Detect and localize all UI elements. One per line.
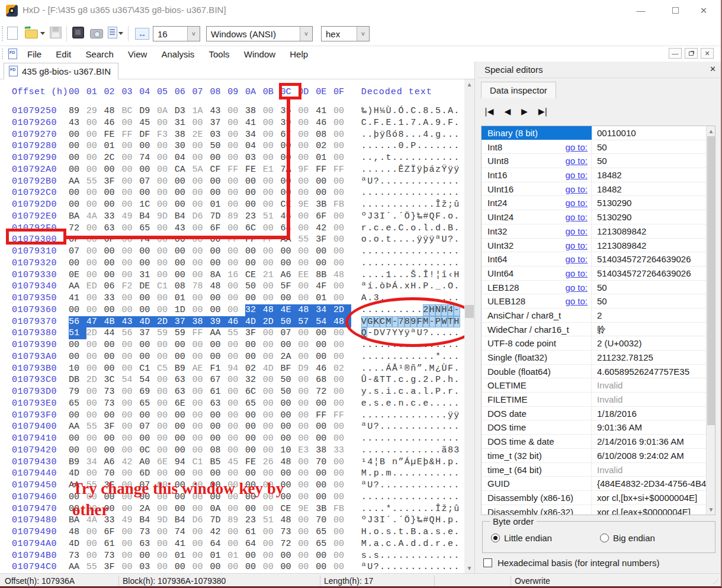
hex-row[interactable]: 0107926043004600450031003700410039004600… <box>0 117 460 129</box>
hex-row[interactable]: 01079250892948BCD90AD31A4300380035004100… <box>0 105 460 117</box>
hex-byte[interactable]: 00 <box>263 176 281 188</box>
hex-byte[interactable]: 00 <box>86 398 104 410</box>
hex-byte[interactable]: 00 <box>245 293 263 304</box>
hex-byte[interactable]: 41 <box>69 293 86 304</box>
hex-byte[interactable]: 6F <box>210 223 227 234</box>
hex-byte[interactable]: 00 <box>104 246 122 258</box>
hex-byte[interactable]: FB <box>333 199 351 211</box>
hex-byte[interactable]: 6F <box>104 526 122 538</box>
hex-byte[interactable]: 00 <box>298 351 316 363</box>
hex-byte[interactable]: 00 <box>333 433 351 445</box>
type-value[interactable]: 18482 <box>592 182 715 196</box>
hex-byte[interactable]: 00 <box>245 561 263 573</box>
hex-byte[interactable]: 00 <box>86 223 104 234</box>
hex-byte[interactable]: 63 <box>104 223 122 234</box>
hex-byte[interactable]: 64 <box>245 538 263 550</box>
type-value[interactable]: 9:01:36 AM <box>592 420 715 434</box>
hex-byte[interactable]: 00 <box>281 468 299 480</box>
hex-byte[interactable]: 51 <box>263 515 281 526</box>
hex-byte[interactable]: 00 <box>69 199 86 211</box>
hex-row[interactable]: 010794A04D006100630041006400640072006500… <box>0 538 460 550</box>
hex-byte[interactable]: 00 <box>333 491 351 503</box>
menu-analysis[interactable]: Analysis <box>156 48 201 60</box>
hex-byte[interactable]: 00 <box>192 304 210 316</box>
goto-link[interactable]: go to: <box>565 184 588 194</box>
hex-byte[interactable]: 00 <box>263 386 281 398</box>
hex-byte[interactable]: 00 <box>104 304 122 316</box>
hex-byte[interactable]: 00 <box>121 526 139 538</box>
hex-byte[interactable]: 00 <box>263 152 281 164</box>
type-value[interactable]: 6/10/2008 9:24:02 AM <box>592 449 715 462</box>
goto-link[interactable]: go to: <box>565 198 588 208</box>
hex-byte[interactable]: 00 <box>263 199 281 211</box>
type-value[interactable]: 5140345727264639026 <box>592 252 715 266</box>
hex-byte[interactable]: 07 <box>281 327 299 339</box>
hex-byte[interactable]: 46 <box>104 117 122 129</box>
type-value[interactable]: Invalid <box>592 463 715 477</box>
encoding-select[interactable]: Windows (ANSI) ˅ <box>206 26 313 41</box>
hex-byte[interactable]: 4D <box>245 316 263 328</box>
hex-byte[interactable]: 00 <box>298 140 316 152</box>
hex-byte[interactable]: 50 <box>281 374 299 386</box>
hex-byte[interactable]: 00 <box>333 457 351 468</box>
hex-row[interactable]: 010792C000000000000000000000000000000000… <box>0 187 460 199</box>
hex-byte[interactable]: 46 <box>227 316 245 328</box>
hex-byte[interactable]: 00 <box>316 561 333 573</box>
hex-byte[interactable]: 89 <box>227 515 245 526</box>
hex-byte[interactable]: 00 <box>121 561 139 573</box>
nav-last-icon[interactable]: ▶| <box>538 107 547 116</box>
save-icon[interactable] <box>50 27 62 38</box>
hex-byte[interactable]: B4 <box>175 515 192 526</box>
hex-byte[interactable]: 00 <box>333 339 351 351</box>
hex-row[interactable]: 0107928000000100000030005000040000000200… <box>0 140 460 152</box>
hex-byte[interactable]: 00 <box>192 386 210 398</box>
scroll-up-icon[interactable]: ▲ <box>707 126 715 136</box>
hex-byte[interactable]: 6E <box>175 398 192 410</box>
hex-byte[interactable]: 00 <box>121 339 139 351</box>
hex-byte[interactable]: DF <box>139 129 157 141</box>
hex-byte[interactable]: 63 <box>139 538 157 550</box>
hex-byte[interactable]: 54 <box>121 374 139 386</box>
hex-byte[interactable]: 48 <box>281 457 299 468</box>
maximize-button[interactable] <box>666 4 684 18</box>
hex-byte[interactable]: 79 <box>69 386 86 398</box>
hex-byte[interactable]: 00 <box>210 176 227 188</box>
type-value[interactable]: 5140345727264639026 <box>592 266 715 280</box>
hex-byte[interactable]: 73 <box>139 526 157 538</box>
hex-byte[interactable]: 00 <box>175 410 192 422</box>
hex-byte[interactable]: FF <box>333 410 351 422</box>
hex-byte[interactable]: 00 <box>157 199 175 211</box>
hex-byte[interactable]: 00 <box>298 281 316 293</box>
inspector-scrollbar[interactable]: ▲ ▼ <box>706 126 715 515</box>
hex-byte[interactable]: 00 <box>157 503 175 515</box>
hex-byte[interactable]: 01 <box>316 152 333 164</box>
scroll-down-icon[interactable]: ▼ <box>464 563 474 573</box>
hex-byte[interactable]: 65 <box>69 398 86 410</box>
hex-byte[interactable]: 00 <box>157 339 175 351</box>
hex-byte[interactable]: 49 <box>121 515 139 526</box>
new-file-icon[interactable] <box>7 27 18 40</box>
menu-tools[interactable]: Tools <box>203 48 236 60</box>
hex-byte[interactable]: 5A <box>192 164 210 176</box>
hex-byte[interactable]: 8B <box>316 269 333 281</box>
hex-byte[interactable]: 00 <box>333 421 351 433</box>
hex-byte[interactable]: 73 <box>69 550 86 562</box>
hex-byte[interactable]: 63 <box>175 386 192 398</box>
hex-byte[interactable]: 43 <box>175 223 192 234</box>
hex-byte[interactable]: 00 <box>121 363 139 375</box>
hex-row[interactable]: 010792A0000000000000CA5ACFFFFEE17A9FFFFF… <box>0 164 460 176</box>
hex-byte[interactable]: 0A <box>157 105 175 117</box>
hex-byte[interactable]: 3B <box>316 503 333 515</box>
hex-byte[interactable]: B4 <box>139 211 157 223</box>
hex-byte[interactable]: 00 <box>192 258 210 269</box>
hex-byte[interactable]: 00 <box>139 410 157 422</box>
hex-byte[interactable]: FE <box>245 457 263 468</box>
hex-row[interactable]: 010793D0790073006900630061006C0050007200… <box>0 386 460 398</box>
hex-byte[interactable]: 00 <box>121 117 139 129</box>
hex-byte[interactable]: 00 <box>69 187 86 199</box>
hex-byte[interactable]: 00 <box>298 211 316 223</box>
hex-byte[interactable]: 29 <box>86 105 104 117</box>
hex-byte[interactable]: 00 <box>245 246 263 258</box>
open-disk-icon[interactable] <box>90 29 103 38</box>
open-file-icon[interactable] <box>25 30 38 38</box>
